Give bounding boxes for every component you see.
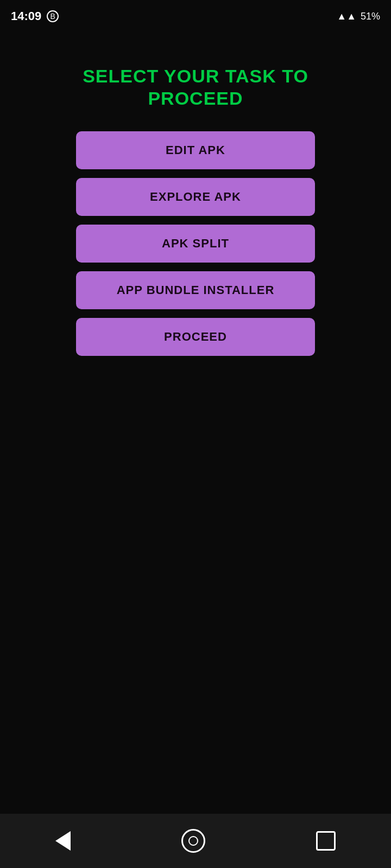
page-title: SELECT YOUR TASK TO PROCEED [33, 65, 358, 110]
buttons-container: EDIT APK EXPLORE APK APK SPLIT APP BUNDL… [33, 131, 358, 356]
battery-text: 51% [361, 11, 380, 22]
nav-recent-icon [316, 831, 336, 851]
nav-recent-button[interactable] [300, 826, 352, 856]
status-bar-right: ▲▲ 51% [337, 11, 380, 22]
nav-bar [0, 814, 391, 868]
explore-apk-button[interactable]: EXPLORE APK [76, 178, 315, 216]
apk-split-button[interactable]: APK SPLIT [76, 225, 315, 263]
edit-apk-button[interactable]: EDIT APK [76, 131, 315, 169]
app-bundle-installer-button[interactable]: APP BUNDLE INSTALLER [76, 271, 315, 309]
status-bar: 14:09 B ▲▲ 51% [0, 0, 391, 33]
signal-icon: ▲▲ [337, 11, 356, 22]
proceed-button[interactable]: PROCEED [76, 318, 315, 356]
main-content: SELECT YOUR TASK TO PROCEED EDIT APK EXP… [0, 33, 391, 814]
nav-back-icon [55, 831, 71, 851]
status-time: 14:09 [11, 9, 41, 23]
nav-home-button[interactable] [165, 824, 222, 858]
nav-home-inner-icon [188, 836, 198, 846]
nav-home-icon [181, 829, 205, 853]
nav-back-button[interactable] [39, 826, 87, 856]
status-icon-b: B [47, 10, 59, 22]
status-bar-left: 14:09 B [11, 9, 59, 23]
